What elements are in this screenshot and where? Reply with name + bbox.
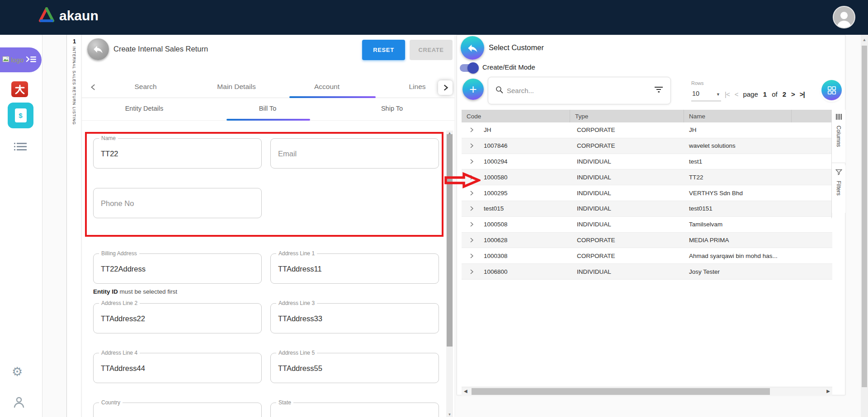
scroll-left-icon[interactable]: ◀ bbox=[464, 389, 467, 394]
cell-code: 1000628 bbox=[476, 237, 570, 244]
table-horizontal-scrollbar[interactable]: ◀ ▶ bbox=[462, 387, 832, 395]
address-line-2-value: TTAddress22 bbox=[101, 314, 145, 323]
customer-table-row[interactable]: 1000294 INDIVIDUAL test1 bbox=[462, 154, 832, 170]
customer-search-input[interactable]: Search... bbox=[488, 77, 671, 104]
address-line-2-field[interactable]: Address Line 2 TTAddress22 bbox=[93, 303, 262, 333]
window-scrollbar[interactable]: ▲ bbox=[861, 35, 868, 417]
customer-table-row[interactable]: JH CORPORATE JH bbox=[462, 122, 832, 138]
customer-table-row[interactable]: 1007846 CORPORATE wavelet solutions bbox=[462, 138, 832, 154]
country-label: Country bbox=[99, 399, 123, 406]
add-customer-button[interactable]: + bbox=[462, 79, 484, 100]
subtab-bill-to[interactable]: Bill To bbox=[259, 105, 276, 112]
billing-address-field[interactable]: Billing Address TT22Address bbox=[93, 253, 262, 284]
filters-rail-tab[interactable]: Filters bbox=[832, 165, 845, 213]
back-arrow-icon bbox=[467, 42, 479, 54]
customer-table-row[interactable]: 1000508 INDIVIDUAL Tamilselvam bbox=[462, 217, 832, 233]
customer-table-row[interactable]: 1000580 INDIVIDUAL TT22 bbox=[462, 169, 832, 185]
row-expand-icon[interactable] bbox=[462, 143, 476, 149]
address-line-3-label: Address Line 3 bbox=[276, 300, 317, 306]
row-expand-icon[interactable] bbox=[462, 206, 476, 211]
filters-rail-label: Filters bbox=[835, 181, 842, 196]
create-edit-mode-label: Create/Edit Mode bbox=[482, 63, 535, 71]
total-pages-number: 2 bbox=[783, 90, 786, 98]
active-subtab-indicator bbox=[226, 119, 310, 121]
address-line-5-field[interactable]: Address Line 5 TTAddress55 bbox=[270, 353, 439, 383]
tabs-scroll-left-icon[interactable] bbox=[90, 84, 97, 93]
column-header-code[interactable]: Code bbox=[462, 110, 570, 122]
tab-main-details[interactable]: Main Details bbox=[217, 83, 255, 91]
first-page-button[interactable]: |< bbox=[725, 90, 730, 98]
gear-icon[interactable]: ⚙ bbox=[12, 365, 23, 379]
row-expand-icon[interactable] bbox=[462, 159, 476, 164]
back-arrow-icon bbox=[92, 43, 104, 55]
tab-lines[interactable]: Lines bbox=[409, 83, 425, 91]
back-button[interactable] bbox=[87, 38, 109, 60]
prev-page-button[interactable]: < bbox=[735, 90, 738, 98]
filter-list-icon[interactable] bbox=[654, 86, 663, 95]
customer-table-row[interactable]: 1000308 CORPORATE Ahmad syarqawi bin moh… bbox=[462, 248, 832, 264]
row-expand-icon[interactable] bbox=[462, 237, 476, 243]
tab-account[interactable]: Account bbox=[314, 83, 340, 91]
column-header-spacer bbox=[792, 110, 832, 122]
cell-type: CORPORATE bbox=[570, 253, 684, 259]
columns-rail-tab[interactable]: Columns bbox=[832, 110, 845, 163]
rows-value: 10 bbox=[692, 90, 699, 97]
billing-app-icon[interactable]: $ bbox=[8, 103, 33, 128]
column-header-name[interactable]: Name bbox=[684, 110, 792, 122]
rows-per-page-select[interactable]: 10 ▼ bbox=[691, 89, 721, 101]
address-line-3-field[interactable]: Address Line 3 TTAddress33 bbox=[270, 303, 439, 333]
customer-table-body: JH CORPORATE JH 1007846 CORPORATE wavele… bbox=[462, 122, 832, 280]
grid-icon bbox=[827, 85, 837, 95]
window-scroll-up-icon[interactable]: ▲ bbox=[861, 37, 868, 42]
scroll-down-icon[interactable]: ▼ bbox=[446, 412, 453, 417]
collapse-menu-icon[interactable] bbox=[25, 55, 37, 66]
customer-table-row[interactable]: 1006800 INDIVIDUAL Josy Tester bbox=[462, 264, 832, 280]
form-scrollbar-thumb[interactable] bbox=[447, 134, 453, 347]
row-expand-icon[interactable] bbox=[462, 190, 476, 196]
cell-type: CORPORATE bbox=[570, 142, 684, 149]
subtab-entity-details[interactable]: Entity Details bbox=[125, 105, 164, 112]
list-icon[interactable] bbox=[14, 142, 28, 154]
subtab-ship-to[interactable]: Ship To bbox=[381, 105, 403, 112]
entity-id-helper-text: Entity ID must be selected first bbox=[93, 288, 177, 295]
country-field[interactable]: Country bbox=[93, 403, 262, 417]
pagination: |< < page 1 of 2 > >| bbox=[725, 90, 805, 98]
user-avatar[interactable] bbox=[833, 6, 855, 28]
customer-table-row[interactable]: 1000295 INDIVIDUAL VERTHYS Sdn Bhd bbox=[462, 185, 832, 201]
person-icon[interactable] bbox=[12, 395, 26, 411]
create-edit-mode-toggle[interactable] bbox=[460, 63, 478, 72]
tab-search[interactable]: Search bbox=[134, 83, 156, 91]
close-select-customer-button[interactable] bbox=[461, 36, 484, 60]
app-sidebar: logo $ bbox=[0, 35, 42, 417]
table-horizontal-scrollbar-thumb[interactable] bbox=[472, 388, 770, 395]
customer-table-row[interactable]: test015 INDIVIDUAL test0151 bbox=[462, 201, 832, 217]
brand-logo[interactable]: akaun bbox=[38, 7, 99, 24]
column-header-type[interactable]: Type bbox=[570, 110, 684, 122]
last-page-button[interactable]: >| bbox=[800, 90, 805, 98]
cell-code: 1000294 bbox=[476, 158, 570, 165]
brand-triangle-icon bbox=[38, 7, 55, 24]
grid-view-button[interactable] bbox=[821, 80, 842, 100]
address-line-4-field[interactable]: Address Line 4 TTAddress44 bbox=[93, 353, 262, 383]
reset-button[interactable]: RESET bbox=[362, 40, 405, 60]
customer-table-row[interactable]: 1000628 CORPORATE MEDIA PRIMA bbox=[462, 233, 832, 248]
vertical-tab-internal-sales-return-listing[interactable]: 1 INTERNAL SALES RETURN LISTING bbox=[66, 35, 81, 417]
red-app-icon[interactable] bbox=[11, 81, 28, 97]
row-expand-icon[interactable] bbox=[462, 269, 476, 275]
rows-label: Rows bbox=[691, 80, 704, 86]
tabs-scroll-right-icon[interactable] bbox=[438, 80, 453, 95]
page-word: page bbox=[743, 90, 758, 98]
scroll-right-icon[interactable]: ▶ bbox=[826, 389, 830, 394]
window-scrollbar-thumb[interactable] bbox=[862, 46, 867, 387]
sidebar-logo-pill[interactable]: logo bbox=[0, 47, 42, 72]
row-expand-icon[interactable] bbox=[462, 253, 476, 259]
state-field[interactable]: State bbox=[270, 403, 439, 417]
row-expand-icon[interactable] bbox=[462, 221, 476, 227]
row-expand-icon[interactable] bbox=[462, 127, 476, 133]
cell-type: INDIVIDUAL bbox=[570, 205, 684, 212]
next-page-button[interactable]: > bbox=[791, 90, 795, 98]
cell-name: JH bbox=[684, 127, 792, 133]
address-line-1-field[interactable]: Address Line 1 TTAddress11 bbox=[270, 253, 439, 284]
logo-alt-text: logo bbox=[11, 56, 24, 64]
create-button[interactable]: CREATE bbox=[410, 40, 453, 60]
